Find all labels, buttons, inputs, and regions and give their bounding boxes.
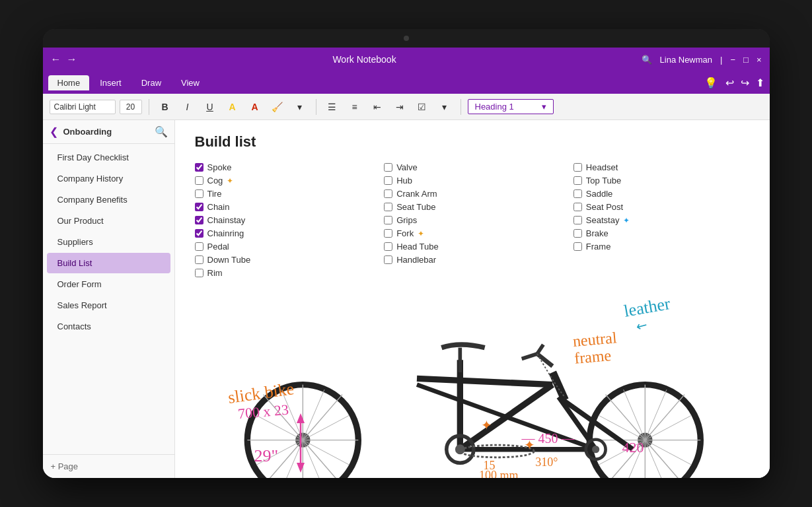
checkbox-grips[interactable] — [384, 216, 392, 224]
add-page-button[interactable]: + Page — [51, 461, 166, 471]
lightbulb-icon[interactable]: 💡 — [704, 77, 718, 89]
redo-icon[interactable]: ↪ — [741, 77, 749, 89]
checkbox-crank-arm[interactable] — [384, 189, 392, 198]
checkbox-top-tube[interactable] — [573, 176, 582, 185]
checkbox-head-tube[interactable] — [384, 242, 392, 251]
label-rim: Rim — [207, 268, 223, 278]
sidebar-item-contacts[interactable]: Contacts — [47, 316, 170, 337]
label-valve: Valve — [396, 162, 418, 172]
underline-button[interactable]: U — [201, 98, 219, 116]
label-spoke: Spoke — [207, 162, 232, 172]
checkbox-button[interactable]: ☑ — [413, 98, 431, 116]
label-chainstay: Chainstay — [207, 215, 246, 225]
tab-home[interactable]: Home — [48, 75, 90, 90]
increase-indent-button[interactable]: ⇥ — [390, 98, 409, 116]
sidebar-item-our-product[interactable]: Our Product — [47, 211, 170, 231]
tab-draw[interactable]: Draw — [132, 75, 170, 90]
svg-line-20 — [417, 378, 552, 384]
decrease-indent-button[interactable]: ⇤ — [368, 98, 387, 116]
checkbox-chainring[interactable] — [195, 229, 203, 238]
sidebar-item-order-form[interactable]: Order Form — [47, 274, 170, 294]
label-seat-post: Seat Post — [586, 202, 623, 212]
seatstay-star-icon: ✦ — [623, 216, 630, 225]
minimize-button[interactable]: − — [730, 55, 735, 65]
checkbox-seat-post[interactable] — [573, 203, 582, 211]
label-tire: Tire — [207, 189, 222, 199]
label-brake: Brake — [586, 228, 609, 238]
bold-button[interactable]: B — [156, 98, 174, 116]
sidebar-search-icon[interactable]: 🔍 — [155, 125, 168, 138]
check-cog: Cog ✦ — [195, 176, 371, 186]
numbered-list-button[interactable]: ≡ — [346, 98, 364, 116]
checkbox-headset[interactable] — [573, 163, 582, 172]
highlight-button[interactable]: A — [223, 98, 242, 116]
checkbox-seat-tube[interactable] — [384, 203, 392, 211]
sidebar-item-company-benefits[interactable]: Company Benefits — [47, 189, 170, 210]
close-button[interactable]: × — [757, 55, 762, 65]
sidebar-item-suppliers[interactable]: Suppliers — [47, 232, 170, 252]
check-handlebar: Handlebar — [384, 255, 560, 265]
checkbox-valve[interactable] — [384, 163, 392, 172]
label-seatstay: Seatstay — [586, 215, 620, 225]
check-head-tube: Head Tube — [384, 242, 560, 252]
nav-buttons: ← → — [51, 53, 77, 65]
label-cog: Cog — [207, 176, 223, 186]
checkbox-hub[interactable] — [384, 176, 392, 185]
annotation-310: 310° — [535, 456, 558, 469]
checkbox-chain[interactable] — [195, 203, 203, 211]
checkbox-frame[interactable] — [573, 242, 582, 251]
style-selector[interactable]: Heading 1 ▾ — [468, 99, 554, 114]
camera-dot — [404, 36, 409, 41]
check-seatstay: Seatstay ✦ — [573, 215, 750, 225]
undo-icon[interactable]: ↩ — [725, 77, 734, 89]
italic-button[interactable]: I — [178, 98, 197, 116]
style-label: Heading 1 — [475, 102, 514, 112]
svg-line-29 — [537, 354, 552, 366]
checklist-col-3: Headset Top Tube Saddle Seat Post — [573, 162, 750, 278]
label-chain: Chain — [207, 202, 230, 212]
checkbox-fork[interactable] — [384, 229, 392, 238]
font-selector[interactable]: Calibri Light — [50, 100, 116, 114]
app-title: Work Notebook — [88, 54, 642, 65]
checklist-col-1: Spoke Cog ✦ Tire Chai — [195, 162, 371, 278]
back-button[interactable]: ← — [51, 53, 61, 65]
check-rim: Rim — [195, 268, 371, 278]
check-valve: Valve — [384, 162, 560, 172]
checkbox-spoke[interactable] — [195, 163, 203, 172]
toolbar-separator-2 — [316, 99, 316, 115]
checkbox-rim[interactable] — [195, 269, 203, 277]
checkbox-cog[interactable] — [195, 176, 203, 185]
check-chain: Chain — [195, 202, 371, 212]
checkbox-chainstay[interactable] — [195, 216, 203, 224]
annotation-420: 420 — [622, 439, 644, 456]
tab-insert[interactable]: Insert — [91, 75, 131, 90]
share-icon[interactable]: ⬆ — [756, 77, 764, 89]
more-list-button[interactable]: ▾ — [435, 98, 454, 116]
clear-format-button[interactable]: 🧹 — [268, 98, 287, 116]
bullets-button[interactable]: ☰ — [323, 98, 342, 116]
checkbox-tire[interactable] — [195, 189, 203, 198]
sidebar-item-build-list[interactable]: Build List — [47, 253, 170, 273]
font-size-selector[interactable]: 20 — [120, 100, 142, 114]
annotation-diameter: 29" — [254, 446, 279, 466]
sidebar-item-first-day[interactable]: First Day Checklist — [47, 147, 170, 168]
forward-button[interactable]: → — [67, 53, 77, 65]
font-color-button[interactable]: A — [246, 98, 264, 116]
search-icon[interactable]: 🔍 — [642, 55, 652, 65]
more-button[interactable]: ▾ — [291, 98, 309, 116]
label-crank-arm: Crank Arm — [396, 189, 437, 199]
maximize-icon[interactable]: □ — [743, 55, 749, 65]
sidebar-item-company-history[interactable]: Company History — [47, 168, 170, 189]
checkbox-brake[interactable] — [573, 229, 582, 238]
sidebar-item-sales-report[interactable]: Sales Report — [47, 295, 170, 316]
check-pedal: Pedal — [195, 242, 371, 252]
checkbox-down-tube[interactable] — [195, 255, 203, 264]
content-area[interactable]: Build list Spoke Cog ✦ — [175, 120, 770, 478]
checkbox-seatstay[interactable] — [573, 216, 582, 224]
checkbox-saddle[interactable] — [573, 189, 582, 198]
label-saddle: Saddle — [586, 189, 612, 199]
tab-view[interactable]: View — [172, 75, 209, 90]
sidebar-back-icon[interactable]: ❮ — [50, 125, 58, 138]
checkbox-handlebar[interactable] — [384, 255, 392, 264]
checkbox-pedal[interactable] — [195, 242, 203, 251]
